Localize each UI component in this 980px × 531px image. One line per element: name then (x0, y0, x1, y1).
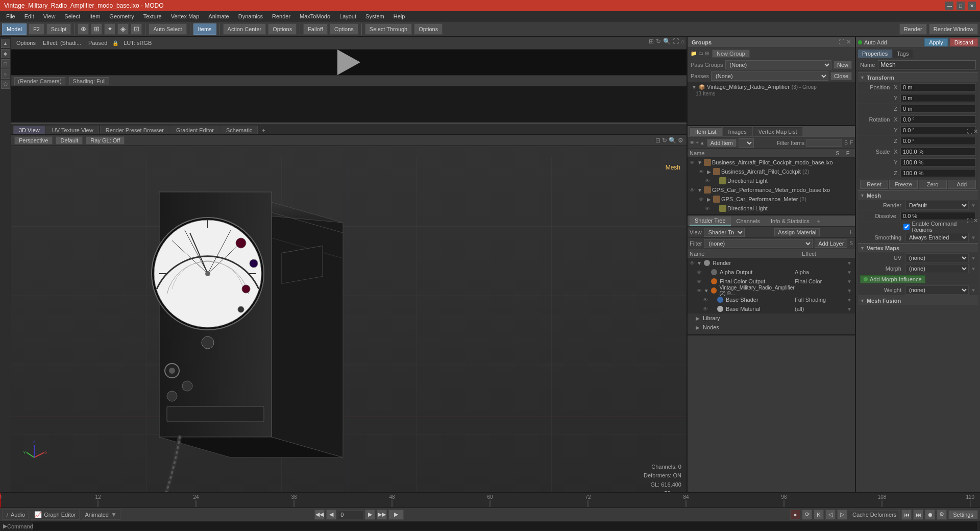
sh-assign-btn[interactable]: Assign Material (774, 228, 820, 236)
transport-1[interactable]: ⏮ (901, 510, 912, 520)
passes-select[interactable]: (None) (711, 71, 828, 81)
il-eye-2[interactable]: 👁 (704, 177, 711, 184)
left-tool-5[interactable]: ⬡ (1, 80, 10, 89)
timeline-ruler[interactable]: 0 12 24 36 48 60 72 84 96 (0, 493, 980, 508)
rp-icon-3[interactable]: 🔍 (663, 38, 671, 45)
sh-filter-select[interactable]: (none) (704, 239, 813, 248)
groups-tree-root[interactable]: ▼ 📦 Vintage_Military_Radio_Amplifier (3)… (688, 83, 855, 91)
next-frame-btn[interactable]: ▶ (365, 510, 375, 520)
rp-effect[interactable]: Effect: (Shadi... (41, 39, 83, 46)
vp-icon-3[interactable]: 🔍 (669, 137, 676, 144)
sc-y-input[interactable] (900, 158, 976, 166)
il-icon-tri[interactable]: ▲ (700, 140, 705, 146)
il-icon-f[interactable]: F (850, 140, 853, 146)
menu-animate[interactable]: Animate (204, 12, 233, 20)
sh-row-library[interactable]: ▶ Library (688, 313, 855, 323)
il-icon-add[interactable]: + (696, 140, 699, 146)
dissolve-input[interactable] (900, 212, 976, 220)
left-tool-2[interactable]: ◆ (1, 49, 10, 58)
tool-icon-1[interactable]: ⊕ (78, 23, 89, 35)
menu-system[interactable]: System (361, 12, 388, 20)
auto-select-btn[interactable]: Auto Select (149, 23, 186, 35)
discard-btn[interactable]: Discard (950, 38, 978, 46)
sh-expand-icon[interactable]: ⛶ (967, 218, 972, 224)
il-item-2[interactable]: 👁 Directional Light (688, 176, 855, 185)
menu-view[interactable]: View (39, 12, 60, 20)
action-center-btn[interactable]: Action Center (223, 23, 266, 35)
menu-help[interactable]: Help (389, 12, 409, 20)
pass-groups-select[interactable]: (None) (725, 60, 831, 69)
menu-vertex-map[interactable]: Vertex Map (167, 12, 204, 20)
il-icon-s[interactable]: S (844, 140, 848, 146)
tool-icon-5[interactable]: ⊡ (131, 23, 142, 35)
prev-frame-btn[interactable]: ◀ (326, 510, 336, 520)
sh-tab-channels[interactable]: Channels (731, 217, 765, 225)
il-item-5[interactable]: 👁 Directional Light (688, 204, 855, 213)
rp-icon-4[interactable]: ⛶ (673, 38, 679, 45)
il-tab-images[interactable]: Images (723, 127, 752, 136)
tab-uv-texture[interactable]: UV Texture View (46, 126, 99, 134)
vp-icon-4[interactable]: ⚙ (678, 137, 683, 144)
graph-editor-btn[interactable]: 📈 Graph Editor (31, 510, 79, 520)
il-eye-0[interactable]: 👁 (689, 159, 696, 166)
tab-3d-view[interactable]: 3D View (13, 126, 45, 134)
add-morph-btn[interactable]: Add Morph Influence (860, 275, 925, 283)
sh-expand-lights[interactable]: ▶ (696, 334, 702, 335)
rp-icon-5[interactable]: ⌂ (681, 38, 684, 45)
rp-lut[interactable]: LUT: sRGB (121, 39, 154, 46)
falloff-btn[interactable]: Falloff (303, 23, 328, 35)
il-expand-0[interactable]: ▼ (697, 160, 703, 165)
menu-maxtomodo[interactable]: MaxToModo (296, 12, 334, 20)
loop-btn[interactable]: ⟳ (802, 510, 812, 520)
il-item-3[interactable]: 👁 ▼ GPS_Car_Performance_Meter_modo_base.… (688, 185, 855, 195)
rp-icon-1[interactable]: ⊞ (649, 38, 654, 45)
menu-geometry[interactable]: Geometry (105, 12, 138, 20)
tab-render-preset[interactable]: Render Preset Browser (100, 126, 169, 134)
sh-row-basematerial[interactable]: 👁 Base Material (all) ▼ (688, 304, 855, 313)
sh-expand-library[interactable]: ▶ (696, 316, 702, 321)
il-eye-3[interactable]: 👁 (689, 186, 696, 194)
weight-select[interactable]: (none) (905, 285, 969, 295)
perspective-btn[interactable]: Perspective (14, 136, 53, 144)
mode-sculpt-btn[interactable]: Sculpt (46, 23, 71, 35)
command-input[interactable] (33, 522, 977, 530)
rp-paused[interactable]: Paused (86, 39, 109, 46)
rp-icon-2[interactable]: ↻ (656, 38, 661, 45)
sh-row-render[interactable]: 👁 ▼ Render ▼ (688, 258, 855, 268)
falloff-options-btn[interactable]: Options (330, 23, 358, 35)
filter-items-input[interactable] (806, 139, 842, 147)
minimize-button[interactable]: — (945, 2, 953, 10)
il-close-icon[interactable]: ✕ (973, 128, 978, 135)
freeze-btn[interactable]: Freeze (889, 180, 917, 189)
next-key-btn[interactable]: ▷ (837, 510, 847, 520)
sh-f-icon[interactable]: F (850, 229, 853, 235)
il-tab-vertex-map[interactable]: Vertex Map List (753, 127, 803, 136)
tab-schematic[interactable]: Schematic (220, 126, 258, 134)
il-item-4[interactable]: 👁 ▶ GPS_Car_Performance_Meter (2) (688, 195, 855, 204)
pos-z-input[interactable] (900, 105, 976, 113)
animated-btn[interactable]: Animated ▼ (82, 510, 120, 520)
menu-render[interactable]: Render (268, 12, 295, 20)
key-btn[interactable]: K (814, 510, 824, 520)
il-expand-3[interactable]: ▼ (697, 187, 703, 193)
pos-y-input[interactable] (900, 94, 976, 102)
play-btn[interactable]: ▶ (388, 510, 404, 520)
tool-icon-4[interactable]: ◈ (117, 23, 129, 35)
il-expand-icon[interactable]: ⛶ (967, 128, 972, 135)
sc-x-input[interactable] (900, 148, 976, 156)
pass-groups-new-btn[interactable]: New (834, 61, 852, 69)
il-expand-4[interactable]: ▶ (706, 197, 712, 202)
ray-gl-btn[interactable]: Ray GL: Off (86, 136, 125, 144)
vp-icon-1[interactable]: ⊡ (655, 137, 660, 144)
tab-add[interactable]: + (259, 126, 268, 134)
menu-item[interactable]: Item (85, 12, 104, 20)
goto-end-btn[interactable]: ▶▶ (377, 510, 387, 520)
rot-x-input[interactable] (900, 115, 976, 124)
sh-add-tab[interactable]: + (817, 218, 820, 224)
default-btn[interactable]: Default (56, 136, 83, 144)
sh-s-icon[interactable]: S (849, 240, 853, 246)
il-tab-item-list[interactable]: Item List (690, 127, 722, 136)
sh-tab-info[interactable]: Info & Statistics (766, 217, 815, 225)
play-button[interactable] (337, 50, 360, 75)
pos-x-input[interactable] (900, 83, 976, 91)
